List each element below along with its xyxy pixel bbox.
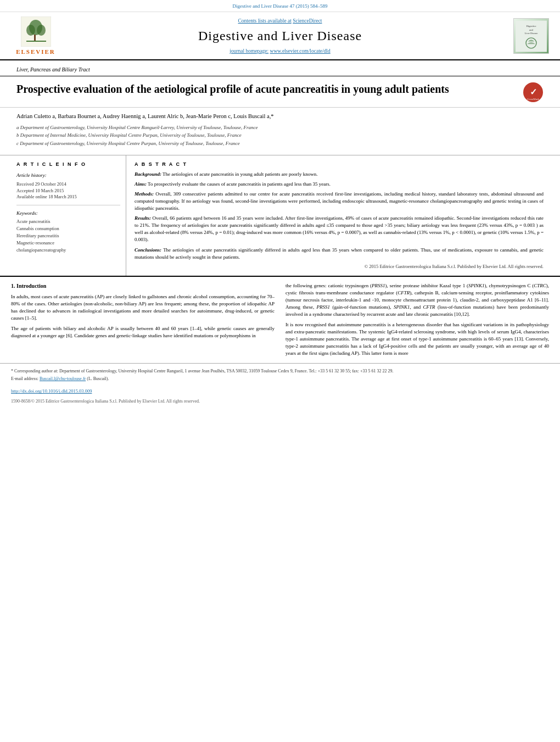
abstract-conclusions: Conclusions: The aetiologies of acute pa… [135,247,544,261]
elsevier-label: ELSEVIER [16,48,55,56]
svg-text:Liver Disease: Liver Disease [525,32,538,35]
body-right-col: the following genes: cationic trypsinoge… [285,282,549,360]
svg-text:and: and [529,28,533,31]
article-history-label: Article history: [16,172,120,179]
page: Digestive and Liver Disease 47 (2015) 58… [0,0,560,742]
footnote-email-line: E-mail address: Buscail.l@chu-toulouse.f… [11,376,549,382]
author-names: Adrian Culetto a, Barbara Bournet a, Aud… [16,112,544,121]
citation-text: Digestive and Liver Disease 47 (2015) 58… [233,3,328,9]
copyright-bottom: 1590-8658/© 2015 Editrice Gastroenterolo… [0,397,560,409]
elsevier-logo-area: ELSEVIER [11,16,60,56]
svg-rect-4 [34,35,36,41]
journal-homepage: journal homepage: www.elsevier.com/locat… [60,48,500,55]
affiliation-c: c Department of Gastroenterology, Univer… [16,140,544,147]
svg-point-2 [26,25,35,36]
journal-thumb-area: Digestive and Liver Disease [500,18,549,54]
keyword-1: Acute pancreatitis [16,219,120,225]
article-info-abstract-section: A R T I C L E I N F O Article history: R… [0,155,560,276]
keywords-list: Acute pancreatitis Cannabis consumption … [16,219,120,253]
journal-homepage-link[interactable]: www.elsevier.com/locate/dld [270,48,331,54]
available-date: Available online 18 March 2015 [16,194,120,200]
keywords-label: Keywords: [16,210,120,217]
doi-line: http://dx.doi.org/10.1016/j.dld.2015.03.… [0,386,560,397]
journal-header: ELSEVIER Contents lists available at Sci… [0,12,560,60]
intro-para1: In adults, most cases of acute pancreati… [11,293,275,322]
footnote-star: * Corresponding author at: Department of… [11,368,549,374]
article-title: Prospective evaluation of the aetiologic… [16,82,523,96]
abstract-copyright: © 2015 Editrice Gastroenterologica Itali… [135,264,544,270]
keyword-4: Magnetic-resonance [16,240,120,247]
journal-header-center: Contents lists available at ScienceDirec… [60,18,500,55]
journal-thumbnail: Digestive and Liver Disease [513,18,549,54]
divider [16,205,120,205]
accepted-date: Accepted 10 March 2015 [16,188,120,194]
email-link[interactable]: Buscail.l@chu-toulouse.fr [40,376,86,381]
footnote-area: * Corresponding author at: Department of… [0,363,560,386]
abstract-aims: Aims: To prospectively evaluate the caus… [135,181,544,188]
svg-text:CrossMark: CrossMark [527,98,540,101]
intro-heading: 1. Introduction [11,282,275,291]
abstract-col: A B S T R A C T Background: The aetiolog… [126,155,549,276]
doi-link[interactable]: http://dx.doi.org/10.1016/j.dld.2015.03.… [11,388,92,394]
right-para1: the following genes: cationic trypsinoge… [285,282,549,318]
received-date: Received 29 October 2014 [16,181,120,188]
svg-rect-5 [26,41,46,42]
article-info-title: A R T I C L E I N F O [16,161,120,168]
elsevier-tree-icon [21,16,51,47]
keyword-2: Cannabis consumption [16,226,120,232]
journal-name: Digestive and Liver Disease [60,27,500,46]
abstract-title: A B S T R A C T [135,161,544,168]
article-dates: Received 29 October 2014 Accepted 10 Mar… [16,181,120,201]
article-title-area: Prospective evaluation of the aetiologic… [0,76,560,108]
svg-point-3 [37,25,46,36]
crossmark-badge: ✓ CrossMark [523,82,544,103]
elsevier-logo: ELSEVIER [11,16,60,56]
abstract-methods: Methods: Overall, 309 consecutive patien… [135,191,544,212]
authors-area: Adrian Culetto a, Barbara Bournet a, Aud… [0,108,560,152]
keyword-5: cholangiopancreatography [16,247,120,254]
section-label: Liver, Pancreas and Biliary Tract [0,60,560,76]
article-info-col: A R T I C L E I N F O Article history: R… [11,155,126,276]
abstract-background: Background: The aetiologies of acute pan… [135,171,544,178]
intro-para2: The age of patients with biliary and alc… [11,325,275,339]
keyword-3: Hereditary pancreatitis [16,233,120,239]
abstract-results: Results: Overall, 66 patients aged betwe… [135,215,544,243]
affiliation-a: a Department of Gastroenterology, Univer… [16,124,544,131]
body-two-col: 1. Introduction In adults, most cases of… [11,282,549,360]
body-left-col: 1. Introduction In adults, most cases of… [11,282,275,360]
svg-text:✓: ✓ [530,87,537,97]
citation-top: Digestive and Liver Disease 47 (2015) 58… [0,0,560,12]
right-para2: It is now recognised that autoimmune pan… [285,321,549,357]
body-area: 1. Introduction In adults, most cases of… [0,276,560,363]
contents-available: Contents lists available at ScienceDirec… [60,18,500,25]
sciencedirect-link[interactable]: ScienceDirect [293,18,322,24]
affiliation-b: b Department of Internal Medicine, Unive… [16,132,544,139]
svg-text:Digestive: Digestive [526,25,536,27]
